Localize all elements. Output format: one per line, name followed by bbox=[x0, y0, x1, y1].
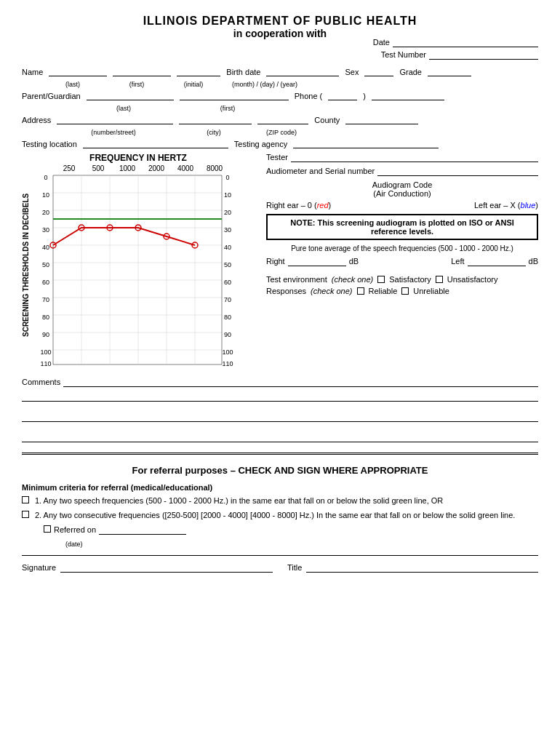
address-street[interactable] bbox=[57, 115, 173, 124]
comments-line3[interactable] bbox=[22, 409, 538, 422]
responses-row: Responses (check one) Reliable Unreliabl… bbox=[266, 287, 538, 295]
testing-agency-label: Testing agency bbox=[234, 140, 287, 148]
right-ear-label: Right ear – 0 (red) bbox=[266, 201, 331, 210]
audiogram-code-title: Audiogram Code bbox=[266, 180, 538, 189]
chart-body: 250 500 1000 2000 4000 8000 0 10 20 30 4 bbox=[33, 164, 236, 366]
right-left-db-row: Right dB Left dB bbox=[266, 257, 538, 271]
svg-text:30: 30 bbox=[42, 226, 49, 234]
audiogram-svg: 0 10 20 30 40 50 60 70 80 90 100 0 10 20… bbox=[33, 174, 236, 366]
y-axis-label: SCREENING THRESHOLDS IN DECIBELS bbox=[22, 164, 30, 366]
title-input[interactable] bbox=[306, 563, 538, 573]
testing-location-field[interactable] bbox=[83, 139, 228, 148]
right-db-row: Right dB bbox=[266, 257, 359, 266]
satisfactory-label: Satisfactory bbox=[389, 275, 431, 284]
audiogram-code-section: Audiogram Code (Air Conduction) bbox=[266, 180, 538, 198]
unsatisfactory-label: Unsatisfactory bbox=[447, 275, 498, 284]
name-first[interactable] bbox=[113, 67, 171, 76]
audiometer-field[interactable] bbox=[377, 167, 538, 176]
svg-text:80: 80 bbox=[42, 314, 49, 321]
x-label-1000: 1000 bbox=[113, 164, 142, 172]
parent-first[interactable] bbox=[180, 91, 289, 100]
phone-number[interactable] bbox=[372, 91, 444, 100]
left-db-field[interactable] bbox=[468, 257, 526, 266]
last-sublabel: (last) bbox=[44, 81, 102, 88]
grade-field[interactable] bbox=[428, 67, 471, 76]
birth-date-field[interactable] bbox=[266, 67, 339, 76]
name-last[interactable] bbox=[49, 67, 107, 76]
chart-title: FREQUENCY IN HERTZ bbox=[22, 153, 255, 163]
right-db-field[interactable] bbox=[288, 257, 346, 266]
svg-text:100: 100 bbox=[40, 348, 51, 356]
grade-label: Grade bbox=[399, 68, 422, 76]
name-initial[interactable] bbox=[177, 67, 220, 76]
comments-line2[interactable] bbox=[22, 389, 538, 402]
left-ear-label: Left ear – X (blue) bbox=[474, 201, 538, 210]
county-field[interactable] bbox=[345, 115, 418, 124]
test-number-field[interactable] bbox=[429, 50, 538, 60]
info-panel: Tester Audiometer and Serial number Audi… bbox=[255, 153, 538, 366]
top-right-fields: Date Test Number bbox=[22, 38, 538, 63]
note-text: NOTE: This screening audiogram is plotte… bbox=[290, 218, 514, 236]
svg-text:10: 10 bbox=[42, 191, 49, 199]
page-header: ILLINOIS DEPARTMENT OF PUBLIC HEALTH in … bbox=[22, 15, 538, 39]
testing-location-label: Testing location bbox=[22, 140, 77, 148]
svg-text:20: 20 bbox=[42, 209, 49, 216]
x-label-4000: 4000 bbox=[171, 164, 200, 172]
referral-section: For referral purposes – CHECK AND SIGN W… bbox=[22, 465, 538, 573]
svg-text:40: 40 bbox=[42, 244, 49, 251]
left-db-label: Left bbox=[451, 257, 464, 266]
ear-labels-row: Right ear – 0 (red) Left ear – X (blue) bbox=[266, 201, 538, 210]
chart-section: FREQUENCY IN HERTZ SCREENING THRESHOLDS … bbox=[22, 153, 255, 366]
first-sublabel: (first) bbox=[108, 81, 166, 88]
min-criteria-label: Minimum criteria for referral (medical/e… bbox=[22, 483, 538, 492]
referred-checkbox[interactable] bbox=[44, 525, 51, 533]
referred-row: Referred on bbox=[44, 525, 538, 535]
referred-date-field[interactable] bbox=[99, 525, 186, 535]
svg-text:30: 30 bbox=[224, 226, 231, 234]
audiometer-label: Audiometer and Serial number bbox=[266, 167, 375, 175]
referral-checkbox-1[interactable] bbox=[22, 496, 29, 503]
svg-text:70: 70 bbox=[224, 296, 231, 303]
title-label: Title bbox=[287, 563, 302, 572]
test-number-label: Test Number bbox=[381, 50, 426, 59]
referral-checkbox-2[interactable] bbox=[22, 511, 29, 518]
initial-sublabel: (initial) bbox=[172, 81, 215, 88]
date-sub: (date) bbox=[65, 541, 538, 548]
street-sub: (number/street) bbox=[55, 129, 172, 136]
sex-field[interactable] bbox=[364, 67, 393, 76]
address-city[interactable] bbox=[179, 115, 252, 124]
responses-label: Responses bbox=[266, 287, 306, 295]
tester-label: Tester bbox=[266, 153, 288, 162]
address-zip[interactable] bbox=[257, 115, 308, 124]
tester-row: Tester bbox=[266, 153, 538, 162]
comments-line1[interactable] bbox=[63, 378, 538, 387]
audiometer-row: Audiometer and Serial number bbox=[266, 167, 538, 176]
svg-text:110: 110 bbox=[40, 360, 51, 366]
satisfactory-checkbox[interactable] bbox=[377, 276, 385, 283]
parent-last[interactable] bbox=[87, 91, 174, 100]
referred-label: Referred on bbox=[54, 525, 96, 534]
birth-date-label: Birth date bbox=[226, 68, 260, 76]
title-field: Title bbox=[287, 563, 538, 573]
signature-input[interactable] bbox=[60, 563, 273, 573]
tester-field[interactable] bbox=[291, 153, 538, 162]
svg-text:60: 60 bbox=[224, 279, 231, 286]
name-label: Name bbox=[22, 68, 43, 76]
note-box: NOTE: This screening audiogram is plotte… bbox=[266, 214, 538, 240]
svg-text:20: 20 bbox=[224, 209, 231, 216]
phone-area[interactable] bbox=[328, 91, 357, 100]
right-db-label: Right bbox=[266, 257, 285, 266]
reliable-checkbox[interactable] bbox=[357, 287, 364, 295]
date-field[interactable] bbox=[393, 38, 538, 47]
svg-text:10: 10 bbox=[224, 191, 231, 199]
testing-agency-field[interactable] bbox=[293, 139, 439, 148]
unreliable-checkbox[interactable] bbox=[401, 287, 409, 295]
referral-item-1: 1. Any two speech frequencies (500 - 100… bbox=[22, 496, 538, 505]
unsatisfactory-checkbox[interactable] bbox=[436, 276, 443, 283]
comments-line4[interactable] bbox=[22, 429, 538, 442]
check-one-label2: (check one) bbox=[311, 287, 352, 295]
date-label: Date bbox=[373, 38, 390, 47]
left-ear-color: blue bbox=[521, 201, 536, 210]
audiogram-code-sub: (Air Conduction) bbox=[266, 189, 538, 198]
right-ear-color: red bbox=[317, 201, 329, 210]
